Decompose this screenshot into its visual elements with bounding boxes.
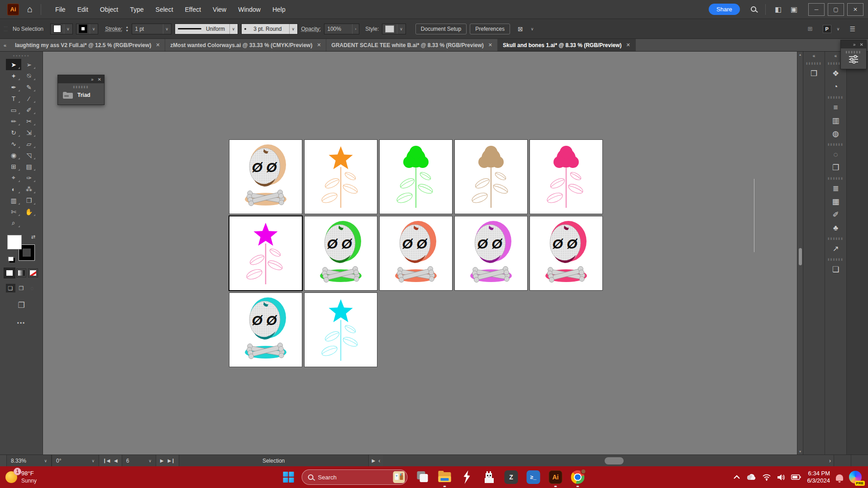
artboard-5[interactable] bbox=[530, 140, 602, 214]
default-fill-stroke-icon[interactable] bbox=[8, 257, 14, 261]
menu-edit[interactable]: Edit bbox=[72, 6, 94, 13]
artboard-4[interactable] bbox=[455, 140, 527, 214]
none-button[interactable] bbox=[28, 268, 38, 277]
tray-chevron-up-icon[interactable] bbox=[733, 475, 740, 479]
artboard-11[interactable]: Ø Ø bbox=[229, 293, 302, 367]
artboard-2[interactable] bbox=[305, 140, 377, 214]
dock-grip[interactable]: ▮▮▮▮▮▮ bbox=[828, 96, 844, 99]
panel-menu-icon[interactable]: ☰ bbox=[849, 25, 855, 33]
width-tool[interactable]: ∿ bbox=[6, 138, 21, 149]
chrome-icon[interactable] bbox=[571, 470, 585, 484]
menu-view[interactable]: View bbox=[207, 6, 232, 13]
hscroll-right-icon[interactable]: › bbox=[829, 458, 834, 464]
color-button[interactable] bbox=[5, 268, 14, 277]
zoom-level-dropdown[interactable]: 8.33% ∨ bbox=[6, 455, 52, 466]
next-artboard-icon[interactable]: ▶ bbox=[160, 458, 164, 463]
perspective-grid-tool[interactable]: ◹ bbox=[21, 149, 37, 161]
horizontal-scrollbar[interactable]: › bbox=[383, 455, 834, 466]
tab-close-icon[interactable]: ✕ bbox=[626, 42, 630, 48]
width-profile-dropdown[interactable]: Uniform∨ bbox=[175, 24, 238, 34]
llama-app-icon[interactable] bbox=[482, 470, 496, 484]
canvas[interactable]: » ✕ ▮▮▮▮▮▮ Triad Ø Ø bbox=[43, 52, 797, 455]
dock-grip[interactable]: ▮▮▮▮▮▮ bbox=[828, 237, 844, 240]
arrange-documents-icon[interactable]: ◧ bbox=[775, 5, 782, 14]
tray-clock[interactable]: 6:34 PM 6/3/2024 bbox=[807, 470, 830, 485]
maximize-button[interactable]: ▢ bbox=[828, 3, 844, 16]
weather-widget[interactable]: 1 98°F Sunny bbox=[0, 470, 37, 484]
stroke-color-dropdown[interactable]: ∨ bbox=[76, 24, 99, 34]
swap-fill-stroke-icon[interactable]: ⇄ bbox=[31, 234, 35, 240]
dark-z-app-icon[interactable]: Z bbox=[504, 470, 519, 484]
blend-tool[interactable]: ◐ bbox=[6, 183, 21, 195]
tab-close-icon[interactable]: ✕ bbox=[156, 42, 160, 48]
opacity-link[interactable]: Opacity: bbox=[301, 26, 321, 32]
screen-mode-icon[interactable]: ❐ bbox=[18, 301, 24, 310]
tools-panel-grip[interactable]: ●●●●●● bbox=[13, 54, 29, 57]
share-button[interactable]: Share bbox=[709, 4, 740, 15]
gradient-tool[interactable]: ▤ bbox=[21, 161, 37, 172]
column-graph-tool[interactable]: ▥ bbox=[6, 195, 21, 206]
type-tool[interactable]: T bbox=[6, 93, 21, 104]
tab-close-icon[interactable]: ✕ bbox=[488, 42, 492, 48]
dock-grip[interactable]: ▮▮▮▮▮▮ bbox=[806, 62, 822, 65]
onedrive-icon[interactable] bbox=[746, 474, 756, 480]
artboard-3[interactable] bbox=[380, 140, 452, 214]
status-menu-icon[interactable]: ▶ bbox=[369, 458, 379, 463]
props-grip[interactable]: ▮▮▮▮▮▮ bbox=[845, 48, 861, 53]
menu-file[interactable]: File bbox=[49, 6, 72, 13]
opacity-field[interactable]: 100%› bbox=[324, 24, 359, 34]
artboard-7[interactable]: Ø Ø bbox=[305, 216, 377, 290]
first-artboard-icon[interactable]: ❙◀ bbox=[103, 458, 110, 463]
draw-inside-icon[interactable]: ◌ bbox=[28, 284, 37, 292]
panel-libraries[interactable]: ❏ bbox=[827, 263, 844, 276]
grid-view-icon[interactable]: ⊞ bbox=[808, 25, 813, 32]
collapse-panels-icon[interactable]: « bbox=[813, 53, 816, 58]
close-button[interactable]: ✕ bbox=[847, 3, 863, 16]
artboard-9[interactable]: Ø Ø bbox=[455, 216, 527, 290]
dock-grip[interactable]: ▮▮▮▮▮▮ bbox=[828, 177, 844, 180]
prev-artboard-icon[interactable]: ◀ bbox=[114, 458, 118, 463]
horizontal-scroll-thumb[interactable] bbox=[605, 457, 624, 464]
document-tab-3[interactable]: GRADENT SCALE TEE white B.ai* @ 8.33 % (… bbox=[326, 39, 498, 51]
menu-help[interactable]: Help bbox=[267, 6, 291, 13]
edit-toolbar-icon[interactable]: ••• bbox=[17, 320, 26, 326]
fill-proxy[interactable] bbox=[7, 235, 22, 249]
dock-grip[interactable]: ▮▮▮▮▮▮ bbox=[828, 258, 844, 261]
panel-export[interactable]: ↗ bbox=[827, 242, 844, 255]
document-tab-4[interactable]: Skull and bones 1.ai* @ 8.33 % (RGB/Prev… bbox=[498, 39, 636, 51]
panel-collapse-icon[interactable]: » bbox=[853, 42, 856, 47]
scissors-tool[interactable]: ✂ bbox=[21, 115, 37, 127]
lightning-app-icon[interactable] bbox=[460, 470, 474, 484]
triad-grip[interactable]: ▮▮▮▮▮▮ bbox=[58, 83, 104, 88]
artboard-number-dropdown[interactable]: 6 ∨ bbox=[122, 455, 156, 466]
wifi-icon[interactable] bbox=[762, 474, 771, 481]
style-dropdown[interactable]: ∨ bbox=[382, 24, 406, 34]
panel-appearance[interactable]: ◌ bbox=[827, 148, 844, 161]
artboard-12[interactable] bbox=[305, 293, 377, 367]
selection-tool[interactable]: ➤ bbox=[6, 59, 21, 70]
menu-type[interactable]: Type bbox=[124, 6, 149, 13]
properties-sliders-icon[interactable] bbox=[848, 53, 859, 65]
tabbar-collapse-icon[interactable]: « bbox=[0, 39, 10, 51]
document-setup-button[interactable]: Document Setup bbox=[415, 24, 467, 34]
pixel-grid-icon[interactable]: ⊠ bbox=[518, 25, 523, 33]
scroll-up-icon[interactable]: ▴ bbox=[797, 53, 803, 57]
artboard-6[interactable] bbox=[229, 216, 302, 290]
menu-window[interactable]: Window bbox=[232, 6, 267, 13]
stroke-weight-stepper[interactable]: ▲▼ bbox=[125, 25, 129, 32]
panel-color-guide[interactable]: ◔ bbox=[827, 80, 844, 93]
brush-definition-dropdown[interactable]: 3 pt. Round∨ bbox=[241, 24, 298, 34]
panel-layers[interactable]: ≣ bbox=[827, 182, 844, 195]
start-button[interactable] bbox=[283, 472, 294, 483]
panel-symbols[interactable]: ♣ bbox=[827, 221, 844, 234]
hscroll-left-icon[interactable]: ‹ bbox=[378, 458, 383, 464]
menu-object[interactable]: Object bbox=[94, 6, 124, 13]
chevron-down-icon[interactable]: ∨ bbox=[531, 27, 534, 31]
menu-effect[interactable]: Effect bbox=[179, 6, 207, 13]
panel-close-icon[interactable]: ✕ bbox=[860, 42, 863, 47]
battery-icon[interactable] bbox=[791, 474, 801, 480]
panel-brushes[interactable]: ✐ bbox=[827, 208, 844, 221]
symbol-sprayer-tool[interactable]: ⁂ bbox=[21, 183, 37, 195]
panel-stroke[interactable]: ≡ bbox=[827, 101, 844, 114]
last-artboard-icon[interactable]: ▶❙ bbox=[167, 458, 175, 463]
